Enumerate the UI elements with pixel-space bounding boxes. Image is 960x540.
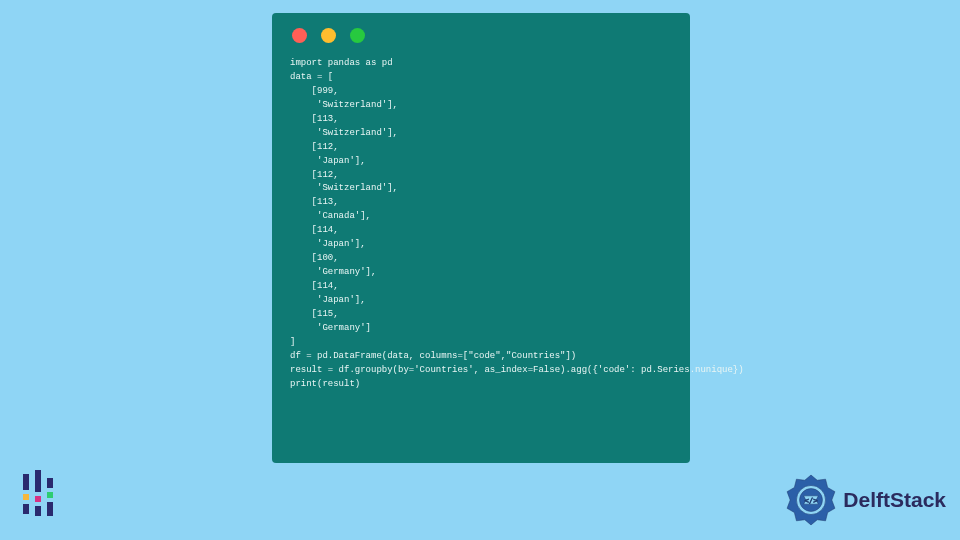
svg-rect-0 xyxy=(23,474,29,490)
svg-rect-8 xyxy=(47,502,53,516)
svg-text:</>: </> xyxy=(805,496,819,505)
code-window: import pandas as pd data = [ [999, 'Swit… xyxy=(272,13,690,463)
gear-icon: </> xyxy=(785,474,837,526)
brand-name: DelftStack xyxy=(843,488,946,512)
close-icon[interactable] xyxy=(292,28,307,43)
minimize-icon[interactable] xyxy=(321,28,336,43)
svg-rect-6 xyxy=(47,478,53,488)
svg-rect-4 xyxy=(35,496,41,502)
left-logo-icon xyxy=(15,468,65,518)
svg-rect-1 xyxy=(23,494,29,500)
brand-logo: </> DelftStack xyxy=(785,474,946,526)
code-block: import pandas as pd data = [ [999, 'Swit… xyxy=(290,57,672,392)
window-controls xyxy=(292,28,672,43)
svg-rect-7 xyxy=(47,492,53,498)
maximize-icon[interactable] xyxy=(350,28,365,43)
svg-rect-3 xyxy=(35,470,41,492)
svg-rect-5 xyxy=(35,506,41,516)
svg-rect-2 xyxy=(23,504,29,514)
